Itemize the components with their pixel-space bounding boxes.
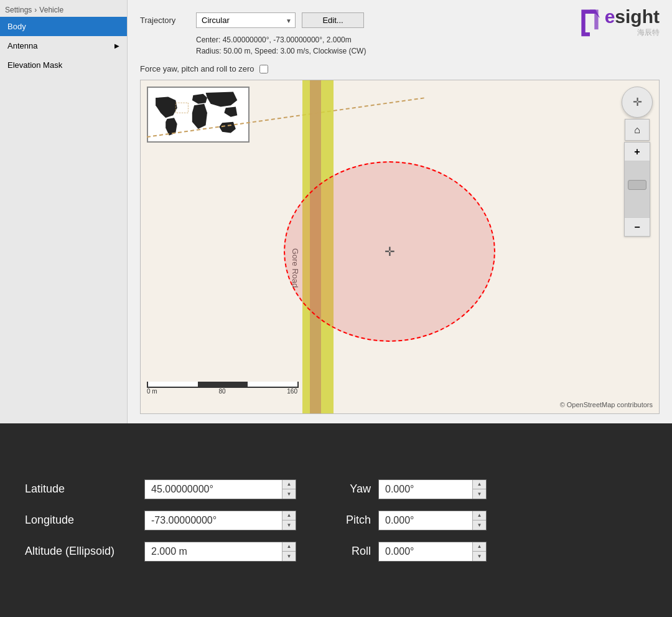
pitch-label: Pitch [334, 514, 371, 527]
force-yaw-checkbox[interactable] [259, 65, 268, 73]
roll-spin-down[interactable]: ▼ [473, 552, 486, 561]
zoom-in-button[interactable]: + [625, 143, 650, 161]
longitude-input[interactable] [145, 511, 282, 530]
altitude-row: Altitude (Ellipsoid) ▲ ▼ [25, 542, 296, 562]
logo: e sight 海辰特 [577, 6, 660, 38]
main-content: e sight 海辰特 Trajectory Circular Linear F… [128, 0, 672, 423]
longitude-spin-down[interactable]: ▼ [282, 520, 296, 530]
yaw-label: Yaw [334, 483, 371, 496]
latitude-row: Latitude ▲ ▼ [25, 479, 296, 499]
yaw-input-wrapper: ▲ ▼ [378, 479, 487, 499]
latitude-input[interactable] [145, 480, 282, 499]
zoom-control: + − [624, 142, 650, 237]
breadcrumb-parent[interactable]: Settings [5, 6, 32, 14]
edit-button[interactable]: Edit... [302, 12, 364, 28]
trajectory-circle: ✛ [284, 161, 495, 342]
roll-input[interactable] [379, 542, 472, 561]
zoom-out-button[interactable]: − [625, 217, 650, 236]
breadcrumb: Settings › Vehicle [0, 3, 127, 17]
sidebar-item-antenna-label: Antenna [7, 41, 37, 50]
altitude-spinner: ▲ ▼ [282, 542, 296, 561]
longitude-input-wrapper: ▲ ▼ [144, 511, 296, 530]
sidebar-item-elevation-mask-label: Elevation Mask [7, 60, 62, 70]
pitch-spin-down[interactable]: ▼ [473, 520, 486, 530]
scale-labels: 0 m 80 160 [147, 388, 297, 395]
longitude-row: Longitude ▲ ▼ [25, 511, 296, 530]
orientation-fields: Yaw ▲ ▼ Pitch ▲ ▼ Roll [334, 479, 487, 562]
latitude-label: Latitude [25, 483, 137, 496]
logo-brand-e: e [605, 6, 615, 27]
breadcrumb-current: Vehicle [39, 6, 63, 14]
trajectory-select[interactable]: Circular Linear Fixed [196, 12, 296, 28]
pitch-spinner: ▲ ▼ [472, 511, 486, 530]
force-yaw-label: Force yaw, pitch and roll to zero [140, 64, 254, 73]
scale-label-160: 160 [287, 388, 297, 395]
yaw-input[interactable] [379, 480, 472, 499]
roll-input-wrapper: ▲ ▼ [378, 542, 487, 562]
yaw-row: Yaw ▲ ▼ [334, 479, 487, 499]
sidebar-item-body-label: Body [7, 22, 26, 31]
pitch-input-wrapper: ▲ ▼ [378, 511, 487, 530]
scale-seg-1 [148, 382, 198, 387]
chevron-right-icon: ▶ [114, 42, 119, 49]
altitude-label: Altitude (Ellipsoid) [25, 545, 137, 558]
longitude-spinner: ▲ ▼ [282, 511, 296, 530]
zoom-slider-thumb[interactable] [628, 180, 646, 190]
latitude-input-wrapper: ▲ ▼ [144, 479, 296, 499]
osm-attribution: © OpenStreetMap contributors [560, 401, 653, 408]
altitude-input[interactable] [145, 542, 282, 561]
roll-row: Roll ▲ ▼ [334, 542, 487, 562]
crosshair-icon: ✛ [385, 244, 395, 259]
pitch-row: Pitch ▲ ▼ [334, 511, 487, 530]
sidebar: Settings › Vehicle Body Antenna ▶ Elevat… [0, 0, 128, 423]
roll-spinner: ▲ ▼ [472, 542, 486, 561]
roll-label: Roll [334, 545, 371, 558]
scale-label-0: 0 m [147, 388, 157, 395]
home-button[interactable]: ⌂ [625, 119, 650, 141]
sidebar-item-antenna[interactable]: Antenna ▶ [0, 36, 127, 55]
altitude-spin-down[interactable]: ▼ [282, 552, 296, 561]
scale-inner [147, 382, 299, 388]
longitude-spin-up[interactable]: ▲ [282, 511, 296, 521]
map-container[interactable]: Gore Road ✛ ✛ ⌂ + − [140, 80, 660, 414]
trajectory-info-line2: Radius: 50.00 m, Speed: 3.00 m/s, Clockw… [196, 45, 660, 57]
latitude-spinner: ▲ ▼ [282, 480, 296, 499]
breadcrumb-separator: › [34, 6, 37, 14]
altitude-spin-up[interactable]: ▲ [282, 542, 296, 552]
pan-control[interactable]: ✛ [622, 87, 653, 118]
logo-brand-rest: sight [615, 6, 660, 27]
scale-bar-visual [147, 382, 299, 388]
latitude-spin-up[interactable]: ▲ [282, 480, 296, 490]
position-fields: Latitude ▲ ▼ Longitude ▲ ▼ Altitude [25, 479, 296, 562]
nav-controls: ✛ ⌂ + − [622, 87, 653, 237]
pitch-spin-up[interactable]: ▲ [473, 511, 486, 521]
yaw-spinner: ▲ ▼ [472, 480, 486, 499]
sidebar-item-body[interactable]: Body [0, 17, 127, 36]
home-icon: ⌂ [634, 125, 640, 136]
scale-seg-3 [248, 382, 297, 387]
roll-spin-up[interactable]: ▲ [473, 542, 486, 552]
pan-icon: ✛ [633, 95, 642, 109]
trajectory-select-wrapper[interactable]: Circular Linear Fixed ▼ [196, 12, 296, 28]
scale-seg-2 [198, 382, 248, 387]
yaw-spin-up[interactable]: ▲ [473, 480, 486, 490]
pitch-input[interactable] [379, 511, 472, 530]
trajectory-label: Trajectory [140, 16, 190, 25]
scale-label-80: 80 [218, 388, 225, 395]
logo-icon [577, 7, 602, 38]
longitude-label: Longitude [25, 514, 137, 527]
yaw-spin-down[interactable]: ▼ [473, 489, 486, 499]
altitude-input-wrapper: ▲ ▼ [144, 542, 296, 562]
latitude-spin-down[interactable]: ▼ [282, 489, 296, 499]
force-yaw-row: Force yaw, pitch and roll to zero [140, 64, 660, 73]
scale-bar: 0 m 80 160 [147, 382, 299, 395]
logo-sub: 海辰特 [605, 27, 660, 38]
zoom-slider-track [625, 161, 650, 217]
sidebar-item-elevation-mask[interactable]: Elevation Mask [0, 55, 127, 75]
bottom-section: Latitude ▲ ▼ Longitude ▲ ▼ Altitude [0, 423, 672, 617]
